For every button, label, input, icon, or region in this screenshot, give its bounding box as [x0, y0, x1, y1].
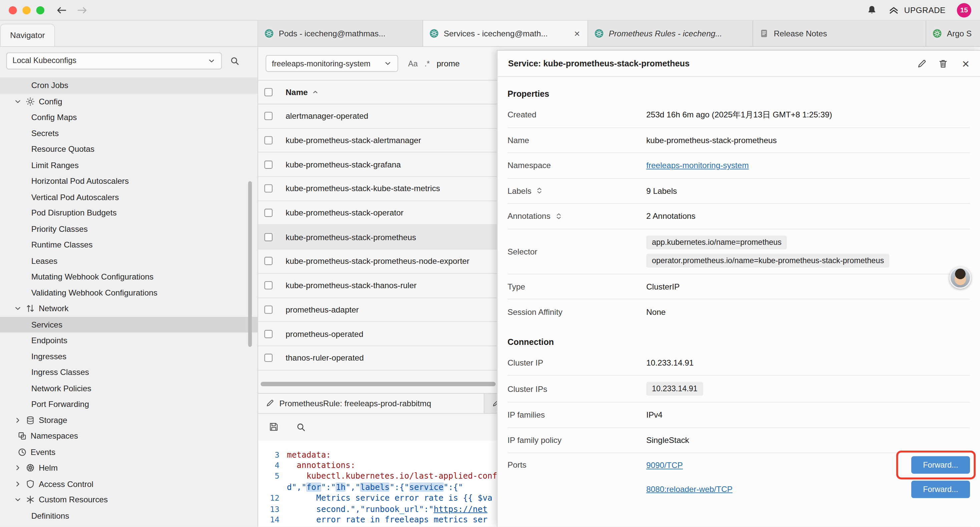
- sidebar-item-label: Mutating Webhook Configurations: [31, 272, 154, 282]
- row-checkbox[interactable]: [264, 306, 272, 314]
- tab-argo-s[interactable]: Argo S: [926, 21, 980, 46]
- line-number: 14: [258, 514, 287, 525]
- tab-pods-icecheng-mathmas[interactable]: Pods - icecheng@mathmas...: [258, 21, 423, 46]
- sidebar-item-services[interactable]: Services: [0, 317, 258, 333]
- sidebar-item-network[interactable]: Network: [0, 301, 258, 317]
- details-header: Service: kube-prometheus-stack-prometheu…: [497, 51, 980, 77]
- namespace-filter-value: freeleaps-monitoring-system: [272, 59, 370, 68]
- sidebar-item-limit-ranges[interactable]: Limit Ranges: [0, 157, 258, 173]
- port-link[interactable]: 8080:reloader-web/TCP: [646, 485, 732, 494]
- port-forward-button[interactable]: Forward...: [911, 480, 970, 498]
- sidebar-item-config-maps[interactable]: Config Maps: [0, 110, 258, 126]
- sidebar-item-port-forwarding[interactable]: Port Forwarding: [0, 396, 258, 412]
- sidebar-item-network-policies[interactable]: Network Policies: [0, 380, 258, 396]
- app-window: UPGRADE 15 Navigator Pods - icecheng@mat…: [0, 0, 980, 527]
- sidebar-item-resource-quotas[interactable]: Resource Quotas: [0, 141, 258, 157]
- port-forward-button[interactable]: Forward...: [911, 456, 970, 474]
- sidebar-item-priority-classes[interactable]: Priority Classes: [0, 221, 258, 237]
- history-back-icon[interactable]: [56, 5, 68, 15]
- zoom-window-button[interactable]: [37, 6, 45, 14]
- search-box[interactable]: Aa .* prome: [408, 59, 460, 68]
- sort-ascending-icon[interactable]: [312, 89, 319, 96]
- sort-icon[interactable]: [555, 212, 562, 220]
- kubernetes-icon: [594, 29, 604, 38]
- sidebar-item-runtime-classes[interactable]: Runtime Classes: [0, 237, 258, 253]
- section-heading-connection: Connection: [508, 334, 970, 350]
- sidebar-item-horizontal-pod-autoscalers[interactable]: Horizontal Pod Autoscalers: [0, 173, 258, 189]
- value-badge: operator.prometheus.io/name=kube-prometh…: [646, 253, 889, 267]
- row-checkbox[interactable]: [264, 233, 272, 241]
- minimize-window-button[interactable]: [22, 6, 30, 14]
- sort-icon[interactable]: [536, 187, 543, 194]
- row-checkbox[interactable]: [264, 330, 272, 338]
- sidebar-item-definitions[interactable]: Definitions: [0, 508, 258, 524]
- sidebar-item-custom-resources[interactable]: Custom Resources: [0, 492, 258, 508]
- notifications-bell-icon[interactable]: [867, 5, 877, 15]
- sidebar-item-ingresses[interactable]: Ingresses: [0, 349, 258, 365]
- sidebar-item-storage[interactable]: Storage: [0, 412, 258, 428]
- chevron-down-icon[interactable]: [14, 304, 22, 312]
- value-badge: app.kubernetes.io/name=prometheus: [646, 235, 787, 249]
- search-input[interactable]: prome: [437, 59, 460, 68]
- tab-services-icecheng-math[interactable]: Services - icecheng@math...×: [423, 21, 588, 46]
- upgrade-button[interactable]: UPGRADE: [888, 5, 946, 15]
- chevron-right-icon[interactable]: [14, 416, 22, 424]
- tab-release-notes[interactable]: Release Notes: [753, 21, 926, 46]
- editor-search-icon[interactable]: [296, 422, 305, 431]
- close-details-icon[interactable]: ×: [962, 57, 969, 69]
- sidebar-item-validating-webhook-configurations[interactable]: Validating Webhook Configurations: [0, 285, 258, 301]
- port-line: 8080:reloader-web/TCPForward...: [646, 477, 970, 502]
- chevron-down-icon[interactable]: [14, 496, 22, 504]
- row-checkbox[interactable]: [264, 185, 272, 193]
- sidebar-item-access-control[interactable]: Access Control: [0, 476, 258, 492]
- column-header-name[interactable]: Name: [286, 88, 307, 97]
- edit-resource-icon[interactable]: [917, 58, 927, 68]
- sidebar-item-namespaces[interactable]: Namespaces: [0, 428, 258, 444]
- row-checkbox[interactable]: [264, 112, 272, 120]
- sidebar-item-vertical-pod-autoscalers[interactable]: Vertical Pod Autoscalers: [0, 189, 258, 205]
- details-title: Service: kube-prometheus-stack-prometheu…: [508, 59, 905, 68]
- sidebar-scrollbar[interactable]: [248, 181, 252, 347]
- sidebar-item-endpoints[interactable]: Endpoints: [0, 333, 258, 349]
- sidebar-item-ingress-classes[interactable]: Ingress Classes: [0, 364, 258, 380]
- tab-prometheus-rules-icecheng[interactable]: Prometheus Rules - icecheng...: [588, 21, 753, 46]
- detail-row-session-affinity: Session AffinityNone: [508, 299, 970, 325]
- user-avatar[interactable]: [949, 267, 971, 289]
- sidebar-search-icon[interactable]: [230, 56, 240, 65]
- regex-toggle[interactable]: .*: [425, 59, 430, 68]
- sidebar-item-pod-disruption-budgets[interactable]: Pod Disruption Budgets: [0, 205, 258, 221]
- sidebar-item-helm[interactable]: Helm: [0, 460, 258, 476]
- sidebar-item-leases[interactable]: Leases: [0, 253, 258, 269]
- sidebar-item-cron-jobs[interactable]: Cron Jobs: [0, 77, 258, 93]
- detail-value: 9090/TCPForward...8080:reloader-web/TCPF…: [646, 453, 970, 501]
- match-case-toggle[interactable]: Aa: [408, 59, 418, 68]
- port-link[interactable]: 9090/TCP: [646, 460, 683, 470]
- horizontal-scrollbar-thumb[interactable]: [261, 382, 496, 386]
- row-checkbox[interactable]: [264, 257, 272, 265]
- chevron-right-icon[interactable]: [14, 464, 22, 472]
- row-checkbox[interactable]: [264, 281, 272, 289]
- sidebar-item-mutating-webhook-configurations[interactable]: Mutating Webhook Configurations: [0, 269, 258, 285]
- delete-resource-icon[interactable]: [938, 58, 948, 68]
- helm-icon: [26, 463, 35, 473]
- sidebar-item-secrets[interactable]: Secrets: [0, 126, 258, 142]
- dock-tab-prometheusrule-freeleaps-prod-rabbitmq[interactable]: PrometheusRule: freeleaps-prod-rabbitmq: [258, 393, 484, 413]
- save-icon[interactable]: [269, 422, 279, 432]
- row-checkbox[interactable]: [264, 354, 272, 362]
- row-checkbox[interactable]: [264, 137, 272, 145]
- chevron-right-icon[interactable]: [14, 480, 22, 488]
- notification-count-badge[interactable]: 15: [957, 3, 971, 17]
- sidebar-item-label: Network: [39, 304, 68, 313]
- sidebar-item-config[interactable]: Config: [0, 93, 258, 110]
- chevron-down-icon[interactable]: [14, 97, 22, 105]
- namespace-link[interactable]: freeleaps-monitoring-system: [646, 161, 749, 170]
- row-checkbox[interactable]: [264, 209, 272, 217]
- close-tab-icon[interactable]: ×: [573, 28, 581, 39]
- kubeconfig-selector[interactable]: Local Kubeconfigs: [6, 52, 222, 69]
- namespace-filter-select[interactable]: freeleaps-monitoring-system: [266, 55, 398, 72]
- select-all-checkbox[interactable]: [264, 88, 272, 96]
- sidebar-item-events[interactable]: Events: [0, 444, 258, 460]
- history-forward-icon[interactable]: [76, 5, 88, 15]
- row-checkbox[interactable]: [264, 161, 272, 169]
- close-window-button[interactable]: [9, 6, 17, 14]
